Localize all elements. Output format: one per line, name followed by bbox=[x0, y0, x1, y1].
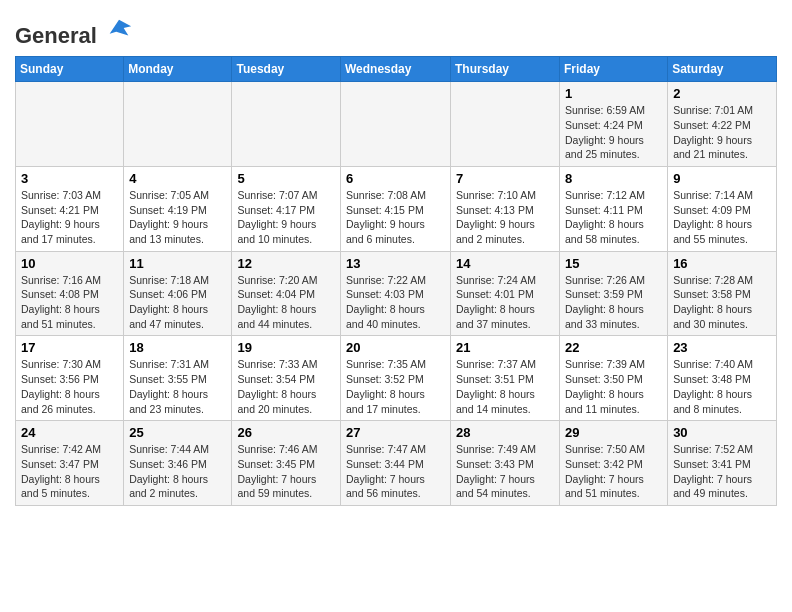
calendar-cell: 5Sunrise: 7:07 AM Sunset: 4:17 PM Daylig… bbox=[232, 166, 341, 251]
calendar-cell: 14Sunrise: 7:24 AM Sunset: 4:01 PM Dayli… bbox=[451, 251, 560, 336]
calendar-cell: 29Sunrise: 7:50 AM Sunset: 3:42 PM Dayli… bbox=[560, 421, 668, 506]
day-number: 13 bbox=[346, 256, 445, 271]
day-number: 16 bbox=[673, 256, 771, 271]
calendar-cell: 24Sunrise: 7:42 AM Sunset: 3:47 PM Dayli… bbox=[16, 421, 124, 506]
calendar-cell: 2Sunrise: 7:01 AM Sunset: 4:22 PM Daylig… bbox=[668, 82, 777, 167]
calendar-cell bbox=[232, 82, 341, 167]
calendar-cell: 18Sunrise: 7:31 AM Sunset: 3:55 PM Dayli… bbox=[124, 336, 232, 421]
day-info: Sunrise: 7:26 AM Sunset: 3:59 PM Dayligh… bbox=[565, 273, 662, 332]
day-info: Sunrise: 7:28 AM Sunset: 3:58 PM Dayligh… bbox=[673, 273, 771, 332]
day-number: 4 bbox=[129, 171, 226, 186]
day-info: Sunrise: 7:18 AM Sunset: 4:06 PM Dayligh… bbox=[129, 273, 226, 332]
day-info: Sunrise: 7:07 AM Sunset: 4:17 PM Dayligh… bbox=[237, 188, 335, 247]
calendar-cell: 23Sunrise: 7:40 AM Sunset: 3:48 PM Dayli… bbox=[668, 336, 777, 421]
day-number: 21 bbox=[456, 340, 554, 355]
day-number: 15 bbox=[565, 256, 662, 271]
calendar-cell: 17Sunrise: 7:30 AM Sunset: 3:56 PM Dayli… bbox=[16, 336, 124, 421]
weekday-header-row: SundayMondayTuesdayWednesdayThursdayFrid… bbox=[16, 57, 777, 82]
calendar-cell: 25Sunrise: 7:44 AM Sunset: 3:46 PM Dayli… bbox=[124, 421, 232, 506]
day-number: 19 bbox=[237, 340, 335, 355]
calendar-cell: 12Sunrise: 7:20 AM Sunset: 4:04 PM Dayli… bbox=[232, 251, 341, 336]
calendar-cell: 20Sunrise: 7:35 AM Sunset: 3:52 PM Dayli… bbox=[341, 336, 451, 421]
calendar-cell: 6Sunrise: 7:08 AM Sunset: 4:15 PM Daylig… bbox=[341, 166, 451, 251]
svg-marker-0 bbox=[110, 20, 131, 36]
week-row-4: 17Sunrise: 7:30 AM Sunset: 3:56 PM Dayli… bbox=[16, 336, 777, 421]
calendar-cell: 11Sunrise: 7:18 AM Sunset: 4:06 PM Dayli… bbox=[124, 251, 232, 336]
day-number: 2 bbox=[673, 86, 771, 101]
weekday-header-sunday: Sunday bbox=[16, 57, 124, 82]
logo-bird-icon bbox=[105, 15, 133, 43]
day-info: Sunrise: 7:49 AM Sunset: 3:43 PM Dayligh… bbox=[456, 442, 554, 501]
day-number: 23 bbox=[673, 340, 771, 355]
calendar-cell: 15Sunrise: 7:26 AM Sunset: 3:59 PM Dayli… bbox=[560, 251, 668, 336]
day-info: Sunrise: 7:10 AM Sunset: 4:13 PM Dayligh… bbox=[456, 188, 554, 247]
calendar-cell: 9Sunrise: 7:14 AM Sunset: 4:09 PM Daylig… bbox=[668, 166, 777, 251]
day-number: 29 bbox=[565, 425, 662, 440]
calendar-cell: 7Sunrise: 7:10 AM Sunset: 4:13 PM Daylig… bbox=[451, 166, 560, 251]
calendar-cell: 22Sunrise: 7:39 AM Sunset: 3:50 PM Dayli… bbox=[560, 336, 668, 421]
calendar-cell: 10Sunrise: 7:16 AM Sunset: 4:08 PM Dayli… bbox=[16, 251, 124, 336]
day-number: 28 bbox=[456, 425, 554, 440]
calendar-cell: 30Sunrise: 7:52 AM Sunset: 3:41 PM Dayli… bbox=[668, 421, 777, 506]
weekday-header-thursday: Thursday bbox=[451, 57, 560, 82]
day-info: Sunrise: 7:37 AM Sunset: 3:51 PM Dayligh… bbox=[456, 357, 554, 416]
day-info: Sunrise: 6:59 AM Sunset: 4:24 PM Dayligh… bbox=[565, 103, 662, 162]
day-number: 17 bbox=[21, 340, 118, 355]
week-row-1: 1Sunrise: 6:59 AM Sunset: 4:24 PM Daylig… bbox=[16, 82, 777, 167]
day-info: Sunrise: 7:33 AM Sunset: 3:54 PM Dayligh… bbox=[237, 357, 335, 416]
day-number: 1 bbox=[565, 86, 662, 101]
calendar-cell bbox=[341, 82, 451, 167]
logo-text: General bbox=[15, 15, 133, 48]
day-info: Sunrise: 7:05 AM Sunset: 4:19 PM Dayligh… bbox=[129, 188, 226, 247]
day-number: 6 bbox=[346, 171, 445, 186]
day-info: Sunrise: 7:35 AM Sunset: 3:52 PM Dayligh… bbox=[346, 357, 445, 416]
weekday-header-wednesday: Wednesday bbox=[341, 57, 451, 82]
day-number: 30 bbox=[673, 425, 771, 440]
day-number: 27 bbox=[346, 425, 445, 440]
day-number: 22 bbox=[565, 340, 662, 355]
day-info: Sunrise: 7:01 AM Sunset: 4:22 PM Dayligh… bbox=[673, 103, 771, 162]
week-row-3: 10Sunrise: 7:16 AM Sunset: 4:08 PM Dayli… bbox=[16, 251, 777, 336]
day-number: 5 bbox=[237, 171, 335, 186]
day-number: 24 bbox=[21, 425, 118, 440]
day-info: Sunrise: 7:31 AM Sunset: 3:55 PM Dayligh… bbox=[129, 357, 226, 416]
day-number: 11 bbox=[129, 256, 226, 271]
day-number: 10 bbox=[21, 256, 118, 271]
day-info: Sunrise: 7:30 AM Sunset: 3:56 PM Dayligh… bbox=[21, 357, 118, 416]
calendar-cell: 26Sunrise: 7:46 AM Sunset: 3:45 PM Dayli… bbox=[232, 421, 341, 506]
calendar-cell: 4Sunrise: 7:05 AM Sunset: 4:19 PM Daylig… bbox=[124, 166, 232, 251]
calendar-cell: 8Sunrise: 7:12 AM Sunset: 4:11 PM Daylig… bbox=[560, 166, 668, 251]
day-info: Sunrise: 7:22 AM Sunset: 4:03 PM Dayligh… bbox=[346, 273, 445, 332]
calendar-cell: 13Sunrise: 7:22 AM Sunset: 4:03 PM Dayli… bbox=[341, 251, 451, 336]
day-info: Sunrise: 7:52 AM Sunset: 3:41 PM Dayligh… bbox=[673, 442, 771, 501]
day-number: 7 bbox=[456, 171, 554, 186]
weekday-header-friday: Friday bbox=[560, 57, 668, 82]
day-info: Sunrise: 7:42 AM Sunset: 3:47 PM Dayligh… bbox=[21, 442, 118, 501]
day-info: Sunrise: 7:12 AM Sunset: 4:11 PM Dayligh… bbox=[565, 188, 662, 247]
weekday-header-tuesday: Tuesday bbox=[232, 57, 341, 82]
calendar-cell: 3Sunrise: 7:03 AM Sunset: 4:21 PM Daylig… bbox=[16, 166, 124, 251]
calendar-cell bbox=[16, 82, 124, 167]
day-info: Sunrise: 7:20 AM Sunset: 4:04 PM Dayligh… bbox=[237, 273, 335, 332]
day-number: 12 bbox=[237, 256, 335, 271]
calendar-cell: 27Sunrise: 7:47 AM Sunset: 3:44 PM Dayli… bbox=[341, 421, 451, 506]
day-number: 18 bbox=[129, 340, 226, 355]
day-number: 3 bbox=[21, 171, 118, 186]
day-info: Sunrise: 7:08 AM Sunset: 4:15 PM Dayligh… bbox=[346, 188, 445, 247]
day-info: Sunrise: 7:47 AM Sunset: 3:44 PM Dayligh… bbox=[346, 442, 445, 501]
weekday-header-monday: Monday bbox=[124, 57, 232, 82]
logo: General bbox=[15, 15, 133, 48]
day-info: Sunrise: 7:14 AM Sunset: 4:09 PM Dayligh… bbox=[673, 188, 771, 247]
calendar-cell bbox=[451, 82, 560, 167]
day-number: 8 bbox=[565, 171, 662, 186]
week-row-5: 24Sunrise: 7:42 AM Sunset: 3:47 PM Dayli… bbox=[16, 421, 777, 506]
calendar-cell: 21Sunrise: 7:37 AM Sunset: 3:51 PM Dayli… bbox=[451, 336, 560, 421]
calendar-cell: 19Sunrise: 7:33 AM Sunset: 3:54 PM Dayli… bbox=[232, 336, 341, 421]
day-info: Sunrise: 7:40 AM Sunset: 3:48 PM Dayligh… bbox=[673, 357, 771, 416]
day-info: Sunrise: 7:24 AM Sunset: 4:01 PM Dayligh… bbox=[456, 273, 554, 332]
day-info: Sunrise: 7:03 AM Sunset: 4:21 PM Dayligh… bbox=[21, 188, 118, 247]
day-info: Sunrise: 7:39 AM Sunset: 3:50 PM Dayligh… bbox=[565, 357, 662, 416]
logo-general: General bbox=[15, 23, 97, 48]
day-info: Sunrise: 7:16 AM Sunset: 4:08 PM Dayligh… bbox=[21, 273, 118, 332]
day-info: Sunrise: 7:46 AM Sunset: 3:45 PM Dayligh… bbox=[237, 442, 335, 501]
